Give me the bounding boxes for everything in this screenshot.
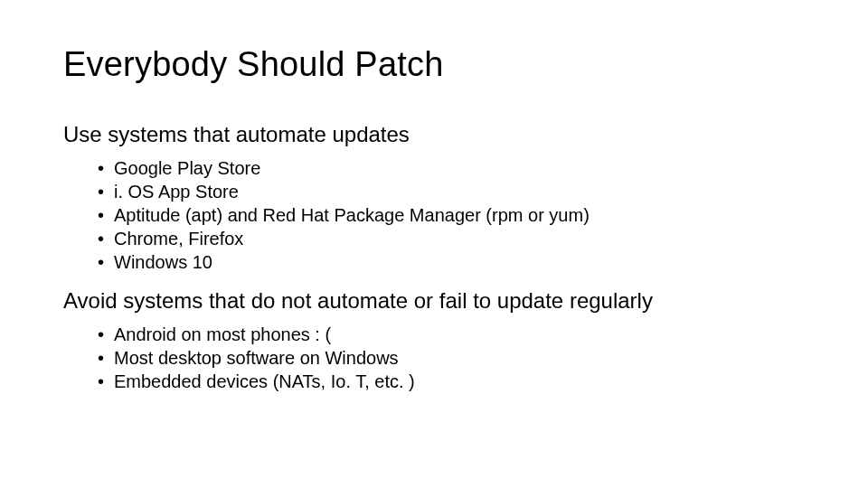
list-item: Chrome, Firefox	[98, 227, 805, 250]
list-item: Google Play Store	[98, 156, 805, 180]
bullet-list-avoid: Android on most phones : ( Most desktop …	[98, 323, 805, 393]
list-item: Windows 10	[98, 250, 805, 274]
section-heading-use: Use systems that automate updates	[63, 122, 805, 147]
bullet-list-use: Google Play Store i. OS App Store Aptitu…	[98, 156, 805, 274]
slide-title: Everybody Should Patch	[63, 45, 805, 84]
list-item: Aptitude (apt) and Red Hat Package Manag…	[98, 203, 805, 227]
list-item: Android on most phones : (	[98, 323, 805, 346]
list-item: Embedded devices (NATs, Io. T, etc. )	[98, 370, 805, 393]
section-heading-avoid: Avoid systems that do not automate or fa…	[63, 288, 805, 314]
list-item: i. OS App Store	[98, 180, 805, 203]
list-item: Most desktop software on Windows	[98, 346, 805, 370]
